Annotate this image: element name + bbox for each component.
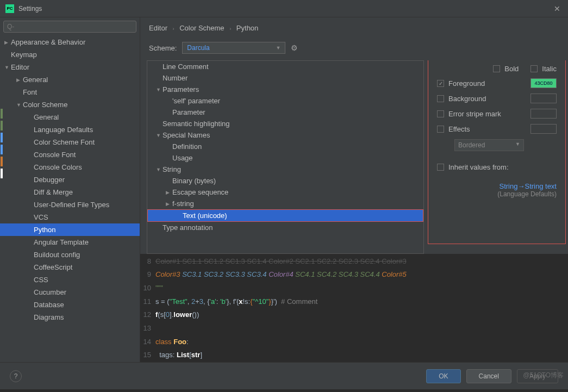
nav-label: CSS xyxy=(34,276,48,284)
attr-label: Parameter xyxy=(172,108,205,116)
inherit-checkbox[interactable] xyxy=(437,164,444,171)
nav-item[interactable]: ▶General xyxy=(0,73,140,86)
breadcrumb-colorscheme[interactable]: Color Scheme xyxy=(179,24,224,32)
error-stripe-checkbox[interactable] xyxy=(437,110,444,117)
expand-icon: ▶ xyxy=(16,77,23,83)
nav-item[interactable]: Console Font xyxy=(0,148,140,161)
close-icon[interactable]: ✕ xyxy=(552,2,563,15)
search-input[interactable] xyxy=(3,21,136,33)
nav-item[interactable]: CSS xyxy=(0,273,140,286)
nav-item[interactable]: Diagrams xyxy=(0,311,140,323)
nav-label: Font xyxy=(23,88,37,96)
background-swatch[interactable] xyxy=(530,94,557,103)
nav-item[interactable]: User-Defined File Types xyxy=(0,198,140,211)
settings-content: Editor › Color Scheme › Python Scheme: D… xyxy=(140,17,568,362)
attr-label: String xyxy=(163,165,181,173)
nav-label: Color Scheme xyxy=(23,101,67,109)
attr-label: Special Names xyxy=(163,131,210,139)
breadcrumb: Editor › Color Scheme › Python xyxy=(140,17,568,39)
nav-label: General xyxy=(23,76,48,84)
effects-type-select[interactable]: Bordered ▼ xyxy=(454,139,524,151)
nav-label: Debugger xyxy=(34,176,65,184)
nav-item[interactable]: Angular Template xyxy=(0,236,140,248)
chevron-down-icon: ▼ xyxy=(276,45,280,51)
nav-item[interactable]: General xyxy=(0,111,140,123)
expand-icon: ▶ xyxy=(4,40,11,45)
italic-checkbox[interactable] xyxy=(530,65,538,72)
attr-item[interactable]: 'self' parameter xyxy=(147,95,423,107)
scheme-select[interactable]: Darcula ▼ xyxy=(182,42,285,54)
attr-label: Escape sequence xyxy=(172,188,228,196)
help-button[interactable]: ? xyxy=(10,370,22,382)
attr-label: Parameters xyxy=(163,85,199,94)
nav-item[interactable]: Color Scheme Font xyxy=(0,136,140,148)
left-gutter-marks xyxy=(1,109,3,181)
attr-item[interactable]: ▼String xyxy=(147,164,423,175)
breadcrumb-editor[interactable]: Editor xyxy=(149,24,167,32)
nav-item[interactable]: ▶Appearance & Behavior xyxy=(0,36,140,48)
nav-label: Appearance & Behavior xyxy=(11,38,85,46)
foreground-swatch[interactable]: 43CD80 xyxy=(530,78,557,88)
watermark: @51CTO博客 xyxy=(523,371,564,380)
attr-item[interactable]: Parameter xyxy=(147,107,423,118)
titlebar: PC Settings ✕ xyxy=(0,0,568,17)
attr-item[interactable]: ▼Special Names xyxy=(147,129,423,141)
attr-item[interactable]: ▶f-string xyxy=(147,198,423,209)
bold-checkbox[interactable] xyxy=(493,65,500,72)
background-checkbox[interactable] xyxy=(437,95,444,102)
nav-item[interactable]: Buildout config xyxy=(0,248,140,261)
scheme-label: Scheme: xyxy=(149,44,177,52)
cancel-button[interactable]: Cancel xyxy=(466,369,511,383)
nav-item[interactable]: Language Defaults xyxy=(0,123,140,136)
foreground-checkbox[interactable] xyxy=(437,80,444,87)
nav-item[interactable]: Cucumber xyxy=(0,286,140,298)
nav-label: General xyxy=(34,113,59,121)
gear-icon[interactable]: ⚙ xyxy=(291,43,298,52)
nav-item[interactable]: Console Colors xyxy=(0,161,140,173)
nav-item[interactable]: Python xyxy=(0,223,140,236)
expand-icon: ▼ xyxy=(16,102,23,108)
settings-nav-tree: ▶Appearance & BehaviorKeymap▼Editor▶Gene… xyxy=(0,36,140,362)
attr-item[interactable]: Number xyxy=(147,72,423,84)
attr-item[interactable]: ▶Escape sequence xyxy=(147,186,423,198)
nav-item[interactable]: Database xyxy=(0,298,140,311)
effects-swatch[interactable] xyxy=(530,124,557,134)
error-stripe-swatch[interactable] xyxy=(530,109,557,119)
attr-item[interactable]: Text (unicode) xyxy=(147,209,423,222)
attr-item[interactable]: Usage xyxy=(147,152,423,164)
attr-label: f-string xyxy=(172,200,194,208)
nav-item[interactable]: Diff & Merge xyxy=(0,186,140,198)
nav-label: Database xyxy=(34,301,64,309)
attr-label: Line Comment xyxy=(163,63,209,71)
attr-label: Binary (bytes) xyxy=(172,177,216,185)
attr-item[interactable]: Binary (bytes) xyxy=(147,175,423,186)
button-bar: ? OK Cancel Apply xyxy=(0,362,568,389)
attr-item[interactable]: Definition xyxy=(147,141,423,152)
inherit-link[interactable]: String→String text xyxy=(437,182,557,190)
window-title: Settings xyxy=(18,5,42,13)
expand-icon: ▼ xyxy=(156,133,163,138)
code-preview: 8Color#1 SC1.1 SC1.2 SC1.3 SC1.4 Color#2… xyxy=(140,254,568,363)
nav-label: Color Scheme Font xyxy=(34,138,95,146)
nav-item[interactable]: Keymap xyxy=(0,48,140,61)
attr-item[interactable]: Type annotation xyxy=(147,222,423,233)
attr-item[interactable]: Line Comment xyxy=(147,61,423,72)
ok-button[interactable]: OK xyxy=(426,369,460,383)
nav-item[interactable]: VCS xyxy=(0,211,140,223)
inherit-label: Inherit values from: xyxy=(448,163,509,171)
nav-label: CoffeeScript xyxy=(34,263,72,271)
nav-label: VCS xyxy=(34,213,48,221)
nav-item[interactable]: ▼Color Scheme xyxy=(0,98,140,111)
effects-checkbox[interactable] xyxy=(437,126,444,133)
nav-item[interactable]: Debugger xyxy=(0,173,140,186)
attr-item[interactable]: Semantic highlighting xyxy=(147,118,423,129)
nav-item[interactable]: ▼Editor xyxy=(0,61,140,73)
scheme-value: Darcula xyxy=(187,44,209,52)
nav-item[interactable]: Font xyxy=(0,86,140,98)
expand-icon: ▼ xyxy=(156,167,163,172)
nav-item[interactable]: CoffeeScript xyxy=(0,261,140,273)
effects-label: Effects xyxy=(448,125,470,133)
attr-item[interactable]: ▼Parameters xyxy=(147,84,423,95)
bold-label: Bold xyxy=(504,65,519,73)
nav-label: Console Colors xyxy=(34,163,82,171)
